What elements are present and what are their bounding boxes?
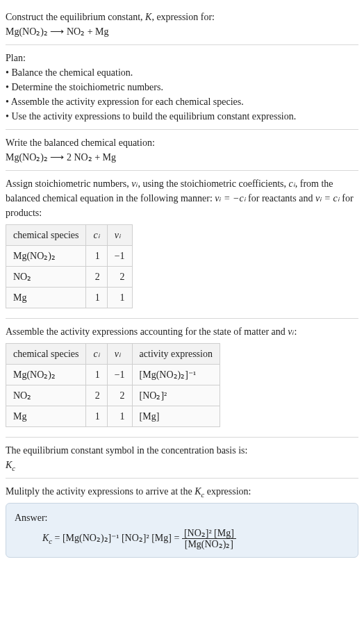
cell-c: 1 xyxy=(86,246,107,267)
plan-block: Plan: • Balance the chemical equation. •… xyxy=(6,47,358,128)
intro-text-a: Construct the equilibrium constant, xyxy=(6,12,145,22)
divider xyxy=(6,437,358,438)
balanced-heading: Write the balanced chemical equation: xyxy=(6,135,358,150)
divider xyxy=(6,129,358,130)
table-header-row: chemical species cᵢ νᵢ xyxy=(6,225,133,246)
cell-c: 2 xyxy=(86,385,107,406)
cell-species: Mg xyxy=(6,288,86,308)
table-row: Mg 1 1 xyxy=(6,288,133,308)
plan-item: • Use the activity expressions to build … xyxy=(6,109,358,124)
stoich-text-b: , using the stoichiometric coefficients, xyxy=(138,178,288,189)
multiply-text-a: Mulitply the activity expressions to arr… xyxy=(6,486,195,497)
symbol-kc: Kc xyxy=(6,458,358,472)
kc-sub: c xyxy=(12,465,15,472)
activity-heading-a: Assemble the activity expressions accoun… xyxy=(6,326,288,337)
multiply-line: Mulitply the activity expressions to arr… xyxy=(6,484,358,499)
symbol-block: The equilibrium constant symbol in the c… xyxy=(6,439,358,476)
stoich-text: Assign stoichiometric numbers, νᵢ, using… xyxy=(6,176,358,220)
activity-table: chemical species cᵢ νᵢ activity expressi… xyxy=(6,343,220,427)
divider xyxy=(6,478,358,479)
cell-v: 1 xyxy=(107,406,132,427)
balanced-block: Write the balanced chemical equation: Mg… xyxy=(6,131,358,169)
divider xyxy=(6,170,358,171)
cell-v: 1 xyxy=(107,288,132,308)
multiply-block: Mulitply the activity expressions to arr… xyxy=(6,480,358,562)
cell-v: −1 xyxy=(107,246,132,267)
cell-expr: [Mg(NO₂)₂]⁻¹ xyxy=(132,365,220,385)
intro-block: Construct the equilibrium constant, K, e… xyxy=(6,6,358,43)
cell-v: 2 xyxy=(107,267,132,288)
cell-c: 1 xyxy=(86,288,107,308)
symbol-line: The equilibrium constant symbol in the c… xyxy=(6,443,358,458)
answer-K: K xyxy=(42,533,49,543)
col-species: chemical species xyxy=(6,225,86,246)
col-vi: νᵢ xyxy=(107,344,132,365)
cell-species: NO₂ xyxy=(6,385,86,406)
stoich-block: Assign stoichiometric numbers, νᵢ, using… xyxy=(6,172,358,317)
answer-eq1: = xyxy=(52,533,63,543)
col-ci: cᵢ xyxy=(86,344,107,365)
cell-species: NO₂ xyxy=(6,267,86,288)
table-row: Mg 1 1 [Mg] xyxy=(6,406,220,427)
cell-c: 1 xyxy=(86,406,107,427)
cell-v: 2 xyxy=(107,385,132,406)
cell-expr: [Mg] xyxy=(132,406,220,427)
plan-item: • Assemble the activity expression for e… xyxy=(6,94,358,109)
cell-expr: [NO₂]² xyxy=(132,385,220,406)
multiply-text-b: expression: xyxy=(204,486,251,497)
table-row: NO₂ 2 2 [NO₂]² xyxy=(6,385,220,406)
stoich-text-a: Assign stoichiometric numbers, xyxy=(6,178,131,189)
answer-denominator: [Mg(NO₂)₂] xyxy=(182,539,236,549)
activity-ni: νᵢ xyxy=(288,326,294,337)
answer-eq2: = xyxy=(172,533,182,543)
answer-expression: Kc = [Mg(NO₂)₂]⁻¹ [NO₂]² [Mg] = [NO₂]² [… xyxy=(15,525,349,550)
plan-item: • Determine the stoichiometric numbers. xyxy=(6,80,358,94)
activity-block: Assemble the activity expressions accoun… xyxy=(6,320,358,435)
activity-heading: Assemble the activity expressions accoun… xyxy=(6,324,358,339)
divider xyxy=(6,44,358,45)
intro-text-b: , expression for: xyxy=(151,12,215,22)
col-vi: νᵢ xyxy=(107,225,132,246)
plan-heading: Plan: xyxy=(6,51,358,65)
balanced-equation: Mg(NO₂)₂ ⟶ 2 NO₂ + Mg xyxy=(6,150,358,165)
cell-v: −1 xyxy=(107,365,132,385)
answer-term2: [NO₂]² xyxy=(122,533,149,543)
stoich-table: chemical species cᵢ νᵢ Mg(NO₂)₂ 1 −1 NO₂… xyxy=(6,224,133,308)
plan-item: • Balance the chemical equation. xyxy=(6,65,358,80)
kc-K: K xyxy=(6,460,12,470)
table-header-row: chemical species cᵢ νᵢ activity expressi… xyxy=(6,344,220,365)
col-species: chemical species xyxy=(6,344,86,365)
cell-species: Mg(NO₂)₂ xyxy=(6,365,86,385)
answer-fraction: [NO₂]² [Mg][Mg(NO₂)₂] xyxy=(182,528,236,550)
cell-c: 1 xyxy=(86,365,107,385)
cell-species: Mg(NO₂)₂ xyxy=(6,246,86,267)
divider xyxy=(6,318,358,319)
intro-K: K xyxy=(145,12,151,22)
stoich-text-d: for reactants and xyxy=(246,193,315,203)
table-row: Mg(NO₂)₂ 1 −1 xyxy=(6,246,133,267)
answer-term3: [Mg] xyxy=(151,533,172,543)
table-row: Mg(NO₂)₂ 1 −1 [Mg(NO₂)₂]⁻¹ xyxy=(6,365,220,385)
answer-label: Answer: xyxy=(15,510,349,525)
table-row: NO₂ 2 2 xyxy=(6,267,133,288)
answer-box: Answer: Kc = [Mg(NO₂)₂]⁻¹ [NO₂]² [Mg] = … xyxy=(6,503,358,558)
col-ci: cᵢ xyxy=(86,225,107,246)
answer-numerator: [NO₂]² [Mg] xyxy=(182,528,236,539)
stoich-rel2: νᵢ = cᵢ xyxy=(315,193,340,203)
cell-species: Mg xyxy=(6,406,86,427)
stoich-rel1: νᵢ = −cᵢ xyxy=(215,193,245,203)
activity-heading-b: : xyxy=(295,326,297,337)
stoich-ci: cᵢ xyxy=(289,178,295,189)
answer-term1: [Mg(NO₂)₂]⁻¹ xyxy=(63,533,119,543)
col-expr: activity expression xyxy=(132,344,220,365)
multiply-kc: K xyxy=(195,486,201,497)
intro-equation: Mg(NO₂)₂ ⟶ NO₂ + Mg xyxy=(6,26,109,37)
cell-c: 2 xyxy=(86,267,107,288)
